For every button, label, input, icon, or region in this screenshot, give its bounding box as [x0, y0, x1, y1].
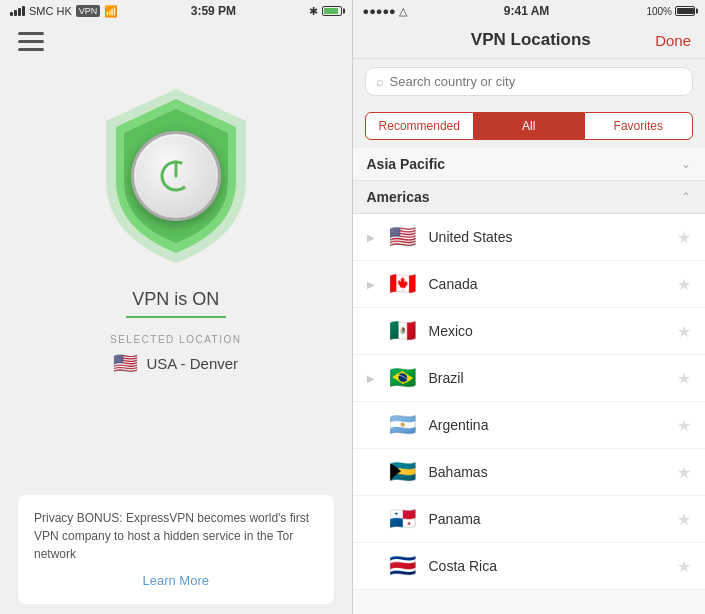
battery-right-icon [675, 6, 695, 16]
menu-line-2 [18, 40, 44, 43]
battery-percent: 100% [646, 6, 672, 17]
country-row-bs[interactable]: ▶ 🇧🇸 Bahamas ★ [353, 449, 706, 496]
signal-icon [10, 6, 25, 16]
bluetooth-icon: ✱ [309, 5, 318, 18]
country-row-us[interactable]: ▶ 🇺🇸 United States ★ [353, 214, 706, 261]
expand-arrow-ar-icon: ▶ [367, 420, 377, 431]
power-icon-svg [156, 156, 196, 196]
star-us-icon[interactable]: ★ [677, 228, 691, 247]
status-bar-right: ●●●●● △ 9:41 AM 100% [353, 0, 706, 22]
flag-mx: 🇲🇽 [387, 318, 419, 344]
status-left-items: SMC HK VPN 📶 [10, 5, 118, 18]
location-name: USA - Denver [146, 355, 238, 372]
vpn-badge: VPN [76, 5, 101, 17]
country-name-pa: Panama [429, 511, 668, 527]
country-row-ar[interactable]: ▶ 🇦🇷 Argentina ★ [353, 402, 706, 449]
flag-us: 🇺🇸 [387, 224, 419, 250]
star-cr-icon[interactable]: ★ [677, 557, 691, 576]
wifi-icon: 📶 [104, 5, 118, 18]
nav-title: VPN Locations [407, 30, 656, 50]
right-panel: ●●●●● △ 9:41 AM 100% VPN Locations Done … [353, 0, 706, 614]
privacy-bonus-box: Privacy BONUS: ExpressVPN becomes world'… [18, 495, 334, 605]
flag-cr: 🇨🇷 [387, 553, 419, 579]
wifi-right: △ [399, 5, 407, 18]
locations-list: Asia Pacific ⌄ Americas ⌃ ▶ 🇺🇸 United St… [353, 148, 706, 614]
flag-ar: 🇦🇷 [387, 412, 419, 438]
status-bar-left: SMC HK VPN 📶 3:59 PM ✱ [0, 0, 352, 22]
country-name-ar: Argentina [429, 417, 668, 433]
search-input[interactable] [390, 74, 683, 89]
expand-arrow-bs-icon: ▶ [367, 467, 377, 478]
search-wrapper[interactable]: ⌕ [365, 67, 694, 96]
location-flag: 🇺🇸 [113, 351, 138, 375]
signal-right: ●●●●● [363, 5, 396, 17]
country-name-cr: Costa Rica [429, 558, 668, 574]
country-row-pa[interactable]: ▶ 🇵🇦 Panama ★ [353, 496, 706, 543]
right-status-icons: 100% [646, 6, 695, 17]
done-button[interactable]: Done [655, 32, 691, 49]
region-asia-pacific[interactable]: Asia Pacific ⌄ [353, 148, 706, 181]
expand-arrow-ca-icon: ▶ [367, 279, 377, 290]
search-icon: ⌕ [376, 74, 384, 89]
flag-ca: 🇨🇦 [387, 271, 419, 297]
time-right: 9:41 AM [504, 4, 550, 18]
privacy-bonus-text: Privacy BONUS: ExpressVPN becomes world'… [34, 511, 309, 561]
star-br-icon[interactable]: ★ [677, 369, 691, 388]
selected-location-value: 🇺🇸 USA - Denver [113, 351, 238, 375]
star-ar-icon[interactable]: ★ [677, 416, 691, 435]
star-pa-icon[interactable]: ★ [677, 510, 691, 529]
chevron-down-icon: ⌄ [681, 157, 691, 171]
status-line [126, 316, 226, 318]
expand-arrow-pa-icon: ▶ [367, 514, 377, 525]
tab-recommended[interactable]: Recommended [365, 112, 475, 140]
expand-arrow-cr-icon: ▶ [367, 561, 377, 572]
country-name-mx: Mexico [429, 323, 668, 339]
time-left: 3:59 PM [191, 4, 236, 18]
expand-arrow-mx-icon: ▶ [367, 326, 377, 337]
left-panel: SMC HK VPN 📶 3:59 PM ✱ [0, 0, 352, 614]
country-row-br[interactable]: ▶ 🇧🇷 Brazil ★ [353, 355, 706, 402]
vpn-status-text: VPN is ON [132, 289, 219, 310]
flag-pa: 🇵🇦 [387, 506, 419, 532]
chevron-up-icon: ⌃ [681, 190, 691, 204]
menu-line-1 [18, 32, 44, 35]
region-asia-pacific-name: Asia Pacific [367, 156, 446, 172]
battery-icon [322, 6, 342, 16]
country-name-us: United States [429, 229, 668, 245]
country-name-ca: Canada [429, 276, 668, 292]
learn-more-link[interactable]: Learn More [34, 571, 318, 591]
tab-favorites[interactable]: Favorites [584, 112, 694, 140]
expand-arrow-br-icon: ▶ [367, 373, 377, 384]
country-row-cr[interactable]: ▶ 🇨🇷 Costa Rica ★ [353, 543, 706, 590]
tab-all[interactable]: All [474, 112, 584, 140]
carrier-right: ●●●●● △ [363, 5, 407, 18]
power-button[interactable] [131, 131, 221, 221]
star-bs-icon[interactable]: ★ [677, 463, 691, 482]
country-row-mx[interactable]: ▶ 🇲🇽 Mexico ★ [353, 308, 706, 355]
flag-bs: 🇧🇸 [387, 459, 419, 485]
menu-line-3 [18, 48, 44, 51]
expand-arrow-icon: ▶ [367, 232, 377, 243]
country-name-br: Brazil [429, 370, 668, 386]
country-name-bs: Bahamas [429, 464, 668, 480]
star-mx-icon[interactable]: ★ [677, 322, 691, 341]
flag-br: 🇧🇷 [387, 365, 419, 391]
star-ca-icon[interactable]: ★ [677, 275, 691, 294]
selected-location-label: SELECTED LOCATION [110, 334, 241, 345]
country-row-ca[interactable]: ▶ 🇨🇦 Canada ★ [353, 261, 706, 308]
vpn-shield[interactable] [86, 81, 266, 271]
region-americas[interactable]: Americas ⌃ [353, 181, 706, 214]
region-americas-name: Americas [367, 189, 430, 205]
nav-bar: VPN Locations Done [353, 22, 706, 59]
search-bar: ⌕ [353, 59, 706, 104]
vpn-main-area: VPN is ON SELECTED LOCATION 🇺🇸 USA - Den… [0, 61, 352, 475]
status-right-items: ✱ [309, 5, 342, 18]
carrier-name: SMC HK [29, 5, 72, 17]
hamburger-menu[interactable] [18, 32, 44, 51]
tabs-bar: Recommended All Favorites [353, 104, 706, 148]
